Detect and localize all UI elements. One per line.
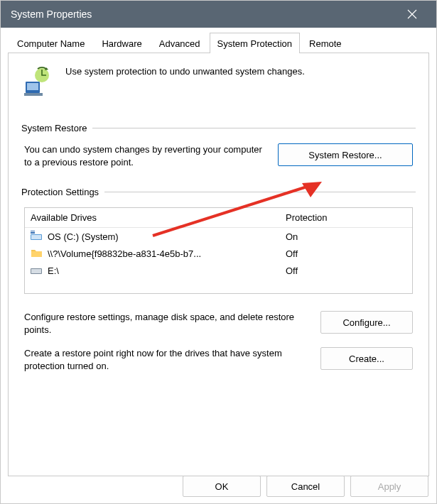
drive-name: E:\: [48, 265, 281, 276]
svg-rect-6: [31, 235, 41, 239]
drive-status: Off: [286, 265, 406, 276]
drive-name: \\?\Volume{f98832be-a831-4e5b-b7...: [48, 248, 281, 259]
drive-name: OS (C:) (System): [48, 231, 281, 242]
create-desc: Create a restore point right now for the…: [24, 347, 308, 372]
svg-rect-11: [31, 269, 41, 273]
tab-system-protection[interactable]: System Protection: [210, 33, 301, 53]
group-system-restore: System Restore You can undo system chang…: [21, 123, 416, 168]
create-button[interactable]: Create...: [320, 347, 413, 370]
table-row[interactable]: \\?\Volume{f98832be-a831-4e5b-b7... Off: [25, 245, 412, 262]
configure-desc: Configure restore settings, manage disk …: [24, 311, 308, 336]
svg-rect-9: [31, 251, 42, 257]
table-header: Available Drives Protection: [25, 208, 412, 228]
divider: [92, 128, 416, 128]
ok-button[interactable]: OK: [183, 476, 261, 497]
cancel-button[interactable]: Cancel: [266, 476, 345, 497]
system-protection-icon: [21, 66, 55, 100]
system-restore-button[interactable]: System Restore...: [278, 143, 413, 166]
divider: [104, 192, 416, 192]
dialog-footer: OK Cancel Apply: [0, 476, 437, 497]
header-text: Use system protection to undo unwanted s…: [65, 66, 305, 77]
svg-rect-8: [31, 231, 35, 232]
svg-rect-2: [24, 93, 43, 96]
group-protection-settings: Protection Settings Available Drives Pro…: [21, 187, 416, 372]
tab-content: Use system protection to undo unwanted s…: [8, 53, 429, 476]
tab-remote[interactable]: Remote: [301, 33, 350, 53]
table-row[interactable]: OS (C:) (System) On: [25, 228, 412, 245]
window-title: System Properties: [11, 9, 396, 20]
tab-bar: Computer Name Hardware Advanced System P…: [8, 32, 429, 53]
col-drives: Available Drives: [31, 212, 286, 223]
group-title-protection: Protection Settings: [21, 187, 99, 197]
close-icon[interactable]: [396, 1, 428, 27]
tab-computer-name[interactable]: Computer Name: [9, 33, 92, 53]
table-row[interactable]: E:\ Off: [25, 262, 412, 279]
folder-icon: [31, 248, 43, 259]
group-title-restore: System Restore: [21, 123, 87, 133]
tab-advanced[interactable]: Advanced: [151, 33, 208, 53]
apply-button[interactable]: Apply: [350, 476, 428, 497]
configure-button[interactable]: Configure...: [320, 311, 413, 334]
svg-rect-1: [27, 83, 38, 90]
restore-desc: You can undo system changes by reverting…: [24, 143, 265, 168]
drive-status: Off: [286, 248, 406, 259]
drive-status: On: [286, 231, 406, 242]
tab-hardware[interactable]: Hardware: [94, 33, 149, 53]
disk-icon: [31, 265, 43, 276]
titlebar: System Properties: [1, 1, 436, 28]
col-protection: Protection: [286, 212, 406, 223]
disk-system-icon: [31, 231, 43, 242]
drives-table: Available Drives Protection OS (C:) (Sys…: [24, 207, 413, 294]
